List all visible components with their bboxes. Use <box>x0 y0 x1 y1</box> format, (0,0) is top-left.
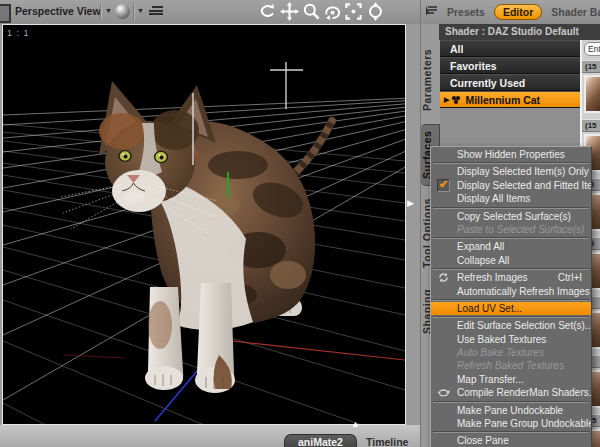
menu-item-automatically-refresh-images[interactable]: Automatically Refresh Images <box>431 285 591 298</box>
side-tab-parameters[interactable]: Parameters <box>421 43 439 117</box>
menu-gutter <box>434 285 453 298</box>
menu-item-label: Display All Items <box>457 192 530 205</box>
menu-item-map-transfer[interactable]: Map Transfer... <box>431 373 591 386</box>
menu-item-make-pane-undockable[interactable]: Make Pane Undockable <box>431 404 591 417</box>
drawstyle-sphere-icon[interactable] <box>115 4 130 19</box>
shader-set-icon <box>451 95 461 105</box>
tab-timeline[interactable]: Timeline <box>366 436 408 447</box>
tab-animate2[interactable]: aniMate2 <box>284 434 357 447</box>
category-currently-used[interactable]: Currently Used <box>440 74 580 91</box>
pane-header: PresetsEditorShader Baker <box>421 0 600 24</box>
thumbnail-caption: (15 <box>582 60 600 73</box>
menu-gutter <box>434 359 453 372</box>
menu-item-paste-to-selected-surface-s: Paste to Selected Surface(s) <box>431 223 591 236</box>
filter-input[interactable] <box>584 42 600 56</box>
tab-presets[interactable]: Presets <box>447 6 485 18</box>
menu-item-label: Make Pane Undockable <box>457 404 563 417</box>
category-favorites[interactable]: Favorites <box>440 57 580 74</box>
tab-shader-baker[interactable]: Shader Baker <box>551 6 600 18</box>
menu-item-compile-renderman-shaders[interactable]: Compile RenderMan Shaders... <box>431 386 591 399</box>
menu-gutter <box>434 240 453 253</box>
pane-collapse-up-icon[interactable]: ▲ <box>351 419 360 429</box>
pane-options-icon[interactable] <box>424 4 439 19</box>
menu-item-label: Show Hidden Properties <box>457 148 565 161</box>
view-selector-caret-icon[interactable]: ▼ <box>105 7 112 14</box>
menu-item-edit-surface-selection-set-s[interactable]: Edit Surface Selection Set(s)... <box>431 319 591 332</box>
menu-item-label: Compile RenderMan Shaders... <box>457 386 591 399</box>
context-menu: Show Hidden PropertiesDisplay Selected I… <box>430 146 592 447</box>
aspect-ratio-label: 1 : 1 <box>7 28 30 38</box>
orbit-rotate-icon[interactable] <box>257 2 276 21</box>
menu-item-label: Paste to Selected Surface(s) <box>457 223 584 236</box>
menu-item-use-baked-textures[interactable]: Use Baked Textures <box>431 333 591 346</box>
pan-icon[interactable] <box>280 2 299 21</box>
expand-arrow-icon[interactable]: ▶ <box>444 92 449 108</box>
scene-3d <box>3 25 405 424</box>
drawstyle-caret-icon[interactable]: ▼ <box>137 7 144 14</box>
menu-gutter <box>434 404 453 417</box>
menu-item-label: Auto Bake Textures <box>457 346 544 359</box>
menu-gutter <box>434 192 453 205</box>
x-axis-red <box>206 338 405 360</box>
daz-studio-window: Perspective View ▼ ▼ <box>0 0 600 447</box>
menu-item-copy-selected-surface-s[interactable]: Copy Selected Surface(s) <box>431 210 591 223</box>
viewport-toolbar: Perspective View ▼ ▼ <box>0 0 420 24</box>
menu-gutter <box>434 165 453 178</box>
refresh-icon <box>434 271 453 284</box>
menu-item-label: Copy Selected Surface(s) <box>457 210 571 223</box>
cat-model[interactable] <box>61 81 332 393</box>
menu-item-auto-bake-textures: Auto Bake Textures <box>431 346 591 359</box>
category-all[interactable]: All <box>440 40 580 57</box>
renderman-icon <box>434 386 453 399</box>
menu-gutter <box>434 148 453 161</box>
menu-item-close-pane[interactable]: Close Pane <box>431 434 591 447</box>
menu-item-collapse-all[interactable]: Collapse All <box>431 254 591 267</box>
menu-gutter <box>434 417 453 430</box>
menu-shortcut: Ctrl+I <box>558 271 591 284</box>
pane-collapse-right-icon[interactable]: ▶ <box>407 198 414 208</box>
viewport-canvas[interactable]: 1 : 1 <box>2 24 406 425</box>
navigate-sphere-icon[interactable] <box>366 2 385 21</box>
checkbox: ✔ <box>437 179 450 192</box>
menu-item-label: Refresh Images <box>457 271 528 284</box>
menu-gutter <box>434 223 453 236</box>
menu-item-display-all-items[interactable]: Display All Items <box>431 192 591 205</box>
menu-gutter <box>434 434 453 447</box>
menu-item-load-uv-set[interactable]: Load UV Set... <box>431 302 591 315</box>
menu-item-expand-all[interactable]: Expand All <box>431 240 591 253</box>
menu-gutter <box>434 319 453 332</box>
orbit-icon[interactable] <box>323 2 342 21</box>
menu-item-make-pane-group-undockable[interactable]: Make Pane Group Undockable <box>431 417 591 430</box>
pane-header-tabs: PresetsEditorShader Baker <box>447 3 600 21</box>
menu-item-label: Use Baked Textures <box>457 333 546 346</box>
menu-item-label: Automatically Refresh Images <box>457 285 590 298</box>
zoom-icon[interactable] <box>302 2 321 21</box>
menu-gutter <box>434 302 453 315</box>
menu-item-display-selected-item-s-only[interactable]: Display Selected Item(s) Only <box>431 165 591 178</box>
menu-gutter <box>434 333 453 346</box>
menu-item-label: Map Transfer... <box>457 373 524 386</box>
toolbar-separator <box>133 3 135 20</box>
menu-item-label: Close Pane <box>457 434 509 447</box>
menu-item-show-hidden-properties[interactable]: Show Hidden Properties <box>431 148 591 161</box>
category-label: Currently Used <box>450 75 525 91</box>
menu-item-label: Edit Surface Selection Set(s)... <box>457 319 591 332</box>
category-millennium-cat[interactable]: ▶Millennium Cat <box>440 91 580 108</box>
menu-item-label: Expand All <box>457 240 504 253</box>
category-label: All <box>450 41 463 57</box>
frame-icon[interactable] <box>344 2 363 21</box>
menu-gutter <box>434 346 453 359</box>
category-label: Millennium Cat <box>465 92 540 108</box>
menu-item-label: Display Selected Item(s) Only <box>457 165 589 178</box>
menu-item-refresh-baked-textures: Refresh Baked Textures <box>431 359 591 372</box>
aspect-frame-icon[interactable] <box>149 6 163 17</box>
view-selector[interactable]: Perspective View <box>15 5 101 17</box>
shader-label: Shader : DAZ Studio Default <box>439 24 600 40</box>
shader-thumbnail[interactable] <box>584 75 600 113</box>
menu-item-refresh-images[interactable]: Refresh ImagesCtrl+I <box>431 271 591 284</box>
menu-item-label: Load UV Set... <box>457 302 522 315</box>
menu-gutter <box>434 210 453 223</box>
menu-item-label: Collapse All <box>457 254 509 267</box>
tab-editor[interactable]: Editor <box>494 4 542 20</box>
menu-item-display-selected-and-fitted-item-s[interactable]: ✔Display Selected and Fitted Item(s) <box>431 179 591 192</box>
